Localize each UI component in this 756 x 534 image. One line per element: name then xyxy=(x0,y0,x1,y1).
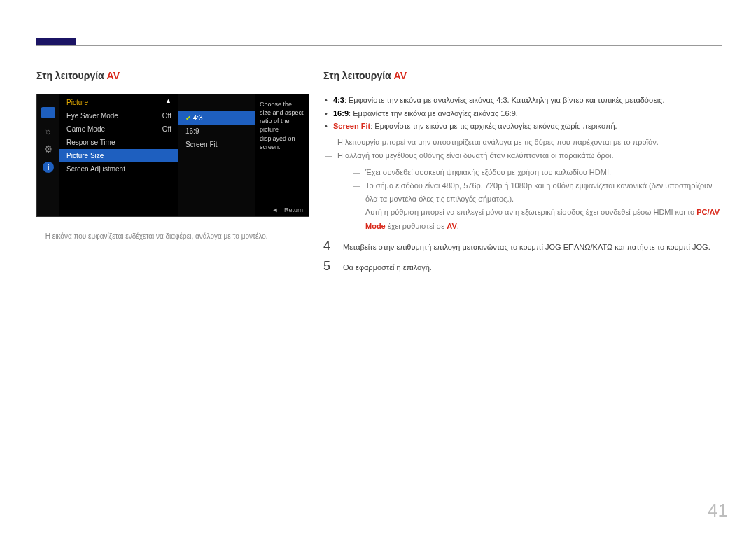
cond-hdmi: Έχει συνδεθεί συσκευή ψηφιακής εξόδου με… xyxy=(351,166,722,179)
bullet-screen-fit: Screen Fit: Εμφανίστε την εικόνα με τις … xyxy=(323,120,722,133)
osd-item-value: Off xyxy=(162,125,172,133)
osd-item-label: Game Mode xyxy=(66,125,105,133)
up-arrow-icon: ▲ xyxy=(165,97,172,104)
right-heading: Στη λειτουργία AV xyxy=(323,70,722,81)
header-rule xyxy=(36,38,722,46)
osd-item-label: Screen Adjustment xyxy=(66,165,125,173)
monitor-icon xyxy=(41,107,55,118)
osd-item-screen-adjustment: Screen Adjustment xyxy=(59,162,178,176)
left-column: Στη λειτουργία AV i Picture ▲ Eye Saver … xyxy=(36,70,309,274)
step-number: 5 xyxy=(323,259,333,274)
header-line xyxy=(36,45,722,46)
right-heading-av: AV xyxy=(394,70,407,81)
osd-sub-16-9: 16:9 xyxy=(178,125,255,138)
page-number: 41 xyxy=(708,500,728,521)
osd-submenu: 4:3 16:9 Screen Fit xyxy=(178,94,255,216)
osd-main: Picture ▲ Eye Saver Mode Off Game Mode O… xyxy=(59,94,309,216)
step-text: Θα εφαρμοστεί η επιλογή. xyxy=(343,262,432,274)
gear-icon xyxy=(41,143,55,155)
left-heading-prefix: Στη λειτουργία xyxy=(36,70,107,81)
osd-item-picture-size: Picture Size xyxy=(59,149,178,162)
bullet-4-3: 4:3: Εμφανίστε την εικόνα με αναλογίες ε… xyxy=(323,94,722,107)
cond-pcav-b: έχει ρυθμιστεί σε xyxy=(386,222,447,230)
cond-signal: Το σήμα εισόδου είναι 480p, 576p, 720p ή… xyxy=(351,179,722,206)
cond-pcav-c: . xyxy=(457,222,459,230)
bullet-label: 4:3 xyxy=(333,96,344,104)
conditions-sublist: Έχει συνδεθεί συσκευή ψηφιακής εξόδου με… xyxy=(337,166,722,233)
step-number: 4 xyxy=(323,239,333,253)
right-column: Στη λειτουργία AV 4:3: Εμφανίστε την εικ… xyxy=(323,70,722,274)
cond-pcav: Αυτή η ρύθμιση μπορεί να επιλεγεί μόνο α… xyxy=(351,206,722,233)
bullet-text: : Εμφανίστε την εικόνα με αναλογίες εικό… xyxy=(349,109,518,118)
osd-sidebar: i xyxy=(37,94,59,216)
osd-item-value: Off xyxy=(162,112,172,120)
left-arrow-icon: ◄ xyxy=(272,206,279,213)
osd-item-label: Picture Size xyxy=(66,152,104,160)
aspect-ratio-bullets: 4:3: Εμφανίστε την εικόνα με αναλογίες ε… xyxy=(323,94,722,133)
left-heading: Στη λειτουργία AV xyxy=(36,70,309,81)
osd-menu-list: Picture ▲ Eye Saver Mode Off Game Mode O… xyxy=(59,94,178,216)
osd-item-response-time: Response Time xyxy=(59,136,178,149)
osd-item-label: Response Time xyxy=(66,139,115,146)
caption-dash: ― xyxy=(36,232,43,240)
header-accent xyxy=(36,38,76,45)
osd-title: Picture xyxy=(59,99,178,109)
osd-caption: ― Η εικόνα που εμφανίζεται ενδέχεται να … xyxy=(36,227,309,241)
step-4: 4 Μεταβείτε στην επιθυμητή επιλογή μετακ… xyxy=(323,239,722,254)
step-5: 5 Θα εφαρμοστεί η επιλογή. xyxy=(323,259,722,274)
caption-text: Η εικόνα που εμφανίζεται ενδέχεται να δι… xyxy=(46,232,268,240)
cond-pcav-a: Αυτή η ρύθμιση μπορεί να επιλεγεί μόνο α… xyxy=(365,208,696,216)
osd-description: Choose the size and aspect ratio of the … xyxy=(255,94,309,216)
note-ports: Η λειτουργία μπορεί να μην υποστηρίζεται… xyxy=(323,136,722,149)
note-conditions-text: Η αλλαγή του μεγέθους οθόνης είναι δυνατ… xyxy=(337,151,613,160)
brightness-icon xyxy=(41,125,55,136)
note-conditions: Η αλλαγή του μεγέθους οθόνης είναι δυνατ… xyxy=(323,149,722,233)
left-heading-av: AV xyxy=(107,70,120,81)
page-content: Στη λειτουργία AV i Picture ▲ Eye Saver … xyxy=(36,70,722,274)
osd-sub-screen-fit: Screen Fit xyxy=(178,138,255,151)
bullet-text: : Εμφανίστε την εικόνα με τις αρχικές αν… xyxy=(370,122,617,130)
bullet-text: : Εμφανίστε την εικόνα με αναλογίες εικό… xyxy=(344,96,665,104)
bullet-label: Screen Fit xyxy=(333,122,370,130)
steps: 4 Μεταβείτε στην επιθυμητή επιλογή μετακ… xyxy=(323,239,722,274)
notes-list: Η λειτουργία μπορεί να μην υποστηρίζεται… xyxy=(323,136,722,233)
osd-screenshot: i Picture ▲ Eye Saver Mode Off Game Mode… xyxy=(36,94,309,217)
bullet-label: 16:9 xyxy=(333,109,349,118)
right-heading-prefix: Στη λειτουργία xyxy=(323,70,394,81)
step-text: Μεταβείτε στην επιθυμητή επιλογή μετακιν… xyxy=(343,241,710,254)
osd-item-eye-saver: Eye Saver Mode Off xyxy=(59,109,178,122)
av-label: AV xyxy=(447,222,456,230)
info-icon: i xyxy=(43,162,54,173)
osd-item-label: Eye Saver Mode xyxy=(66,112,118,120)
osd-return-label: Return xyxy=(284,206,303,213)
osd-footer: ◄ Return xyxy=(272,206,303,213)
osd-sub-4-3: 4:3 xyxy=(178,111,255,125)
osd-item-game-mode: Game Mode Off xyxy=(59,122,178,136)
bullet-16-9: 16:9: Εμφανίστε την εικόνα με αναλογίες … xyxy=(323,107,722,120)
